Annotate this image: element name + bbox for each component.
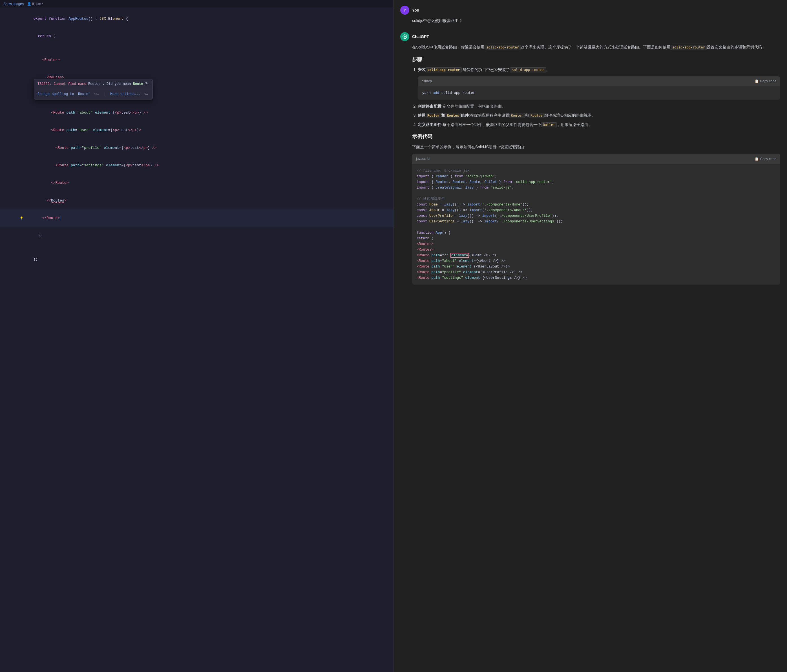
code-line-c20: <Route path="settings" element={<UserSet… [417, 275, 776, 281]
more-actions-link[interactable]: More actions... [110, 92, 141, 97]
error-suggestion-text: . Did you mean [102, 82, 131, 86]
user-message: Y You solidjs中怎么使用嵌套路由？ [400, 6, 780, 24]
user-message-body: solidjs中怎么使用嵌套路由？ [400, 17, 780, 24]
step-2: 创建路由配置:定义你的路由配置，包括嵌套路由。 [418, 103, 780, 109]
code-line-4: <Router> [0, 51, 393, 69]
code-line-c2: import { render } from 'solid-js/web'; [417, 174, 776, 179]
steps-title: 步骤 [412, 55, 780, 64]
code-line-7: <Route path="about" element={<p>test</p>… [0, 104, 393, 122]
step1-code-body: yarn add solid-app-router [418, 86, 780, 100]
code-area[interactable]: export function AppRoutes() : JSX.Elemen… [0, 8, 393, 672]
code-line-c17: <Route path="about" element={<About />} … [417, 258, 776, 264]
code-line-c11 [417, 225, 776, 230]
code-line-c15: <Routes> [417, 247, 776, 253]
code-line-15 [0, 245, 393, 251]
gpt-author-label: ChatGPT [412, 35, 429, 39]
error-code: TS2552: Cannot find name [38, 82, 86, 86]
step1-code-header: csharp 📋 Copy code [418, 76, 780, 86]
code-line-c1: // filename: src/main.jsx [417, 168, 776, 174]
step3-routes: Routes [445, 113, 461, 118]
copy-icon: 📋 [755, 79, 759, 83]
step1-copy-button[interactable]: 📋 Copy code [755, 79, 776, 83]
step1-pkg: solid-app-router [510, 67, 546, 73]
change-spelling-shortcut: ⌥⇧↵ [93, 92, 99, 97]
main-code-header: javascript 📋 Copy code [412, 153, 780, 164]
chat-messages[interactable]: Y You solidjs中怎么使用嵌套路由？ ChatGPT 在 [394, 0, 787, 672]
code-line-14: ); [0, 227, 393, 245]
chat-panel: Y You solidjs中怎么使用嵌套路由？ ChatGPT 在 [394, 0, 787, 672]
error-message: TS2552: Cannot find name Routes . Did yo… [38, 81, 147, 87]
step1-code-block: csharp 📋 Copy code yarn add solid-app-ro… [418, 76, 780, 100]
code-line-9: <Route path="profile" element={<p>test</… [0, 139, 393, 157]
error-popup-header: TS2552: Cannot find name Routes . Did yo… [34, 79, 152, 89]
gpt-message-header: ChatGPT [400, 32, 780, 41]
code-line-3 [0, 45, 393, 51]
user-author-label: You [412, 8, 419, 13]
code-line-c5 [417, 191, 776, 196]
show-usages-link[interactable]: Show usages [3, 2, 24, 6]
main-code-lang: javascript [416, 156, 430, 161]
main-copy-button[interactable]: 📋 Copy code [755, 157, 776, 161]
steps-list: 安装solid-app-router:确保你的项目中已经安装了solid-app… [412, 66, 780, 128]
code-line-c19: <Route path="profile" element={<UserProf… [417, 269, 776, 275]
code-line-1: export function AppRoutes() : JSX.Elemen… [0, 10, 393, 28]
code-line-c7: const Home = lazy(() => import('./compon… [417, 202, 776, 207]
step1-code: solid-app-router [426, 67, 462, 73]
code-line-c18: <Route path="user" element={<UserLayout … [417, 264, 776, 269]
user-avatar: Y [400, 6, 409, 15]
code-line-c6: // 延迟加载组件 [417, 196, 776, 202]
more-actions-shortcut: ⌥↵ [144, 92, 148, 97]
code-line-2: return ( [0, 28, 393, 45]
step3-router: Router [426, 113, 441, 118]
code-line-8: <Route path="user" element={<p>test</p>}… [0, 122, 393, 139]
code-line-c12: function App() { [417, 230, 776, 236]
main-code-body: // filename: src/main.jsx import { rende… [412, 164, 780, 285]
error-popup-actions: Change spelling to 'Route' ⌥⇧↵ | More ac… [34, 89, 152, 99]
code-line-c4: import { createSignal, lazy } from 'soli… [417, 185, 776, 191]
step-3: 使用Router和Routes组件:在你的应用程序中设置Router和Route… [418, 112, 780, 119]
example-intro: 下面是一个简单的示例，展示如何在SolidJS项目中设置嵌套路由: [412, 144, 780, 150]
code-line-c9: const UserProfile = lazy(() => import('.… [417, 213, 776, 219]
code-line-12: </Routes> [0, 192, 393, 209]
inline-code-1: solid-app-router [485, 45, 521, 50]
step3-r1: Router [509, 113, 525, 118]
inline-code-2: solid-app-router [671, 45, 706, 50]
gpt-avatar [400, 32, 409, 41]
code-line-c10: const UserSettings = lazy(() => import('… [417, 219, 776, 225]
gpt-message-body: 在SolidJS中使用嵌套路由，你通常会使用solid-app-router这个… [400, 44, 780, 285]
step1-lang: csharp [422, 79, 432, 84]
error-suggestion-name: Route [133, 82, 143, 86]
editor-top-bar: Show usages 👤 lilpum * [0, 0, 393, 8]
gpt-message: ChatGPT 在SolidJS中使用嵌套路由，你通常会使用solid-app-… [400, 32, 780, 285]
code-line-13: 💡 </Route> [0, 209, 393, 227]
main-code-block: javascript 📋 Copy code // filename: src/… [412, 153, 780, 285]
step3-r2: Routes [529, 113, 544, 118]
code-line-c8: const About = lazy(() => import('./compo… [417, 207, 776, 213]
error-popup: TS2552: Cannot find name Routes . Did yo… [34, 79, 153, 100]
user-message-header: Y You [400, 6, 780, 15]
code-line-16: }; [0, 251, 393, 268]
code-line-c14: <Router> [417, 241, 776, 247]
step4-outlet: Outlet [541, 122, 557, 127]
author-icon: 👤 [27, 2, 31, 6]
example-title: 示例代码 [412, 132, 780, 141]
code-line-10: <Route path="settings" element={<p>test<… [0, 157, 393, 174]
code-line-11: </Route> [0, 174, 393, 192]
popup-more-icon[interactable]: ⋯ [147, 81, 149, 87]
editor-panel: Show usages 👤 lilpum * export function A… [0, 0, 394, 672]
step-4: 定义路由组件:每个路由对应一个组件，嵌套路由的父组件需要包含一个Outlet，用… [418, 122, 780, 128]
error-name: Routes [88, 82, 100, 86]
change-spelling-action[interactable]: Change spelling to 'Route' [38, 92, 90, 97]
code-line-c16: <Route path="/" element={<Home />} /> [417, 253, 776, 258]
editor-author: 👤 lilpum * [27, 2, 43, 6]
step-1: 安装solid-app-router:确保你的项目中已经安装了solid-app… [418, 66, 780, 100]
main-copy-icon: 📋 [755, 157, 759, 161]
code-line-c13: return ( [417, 236, 776, 241]
code-line-c3: import { Router, Routes, Route, Outlet }… [417, 179, 776, 185]
